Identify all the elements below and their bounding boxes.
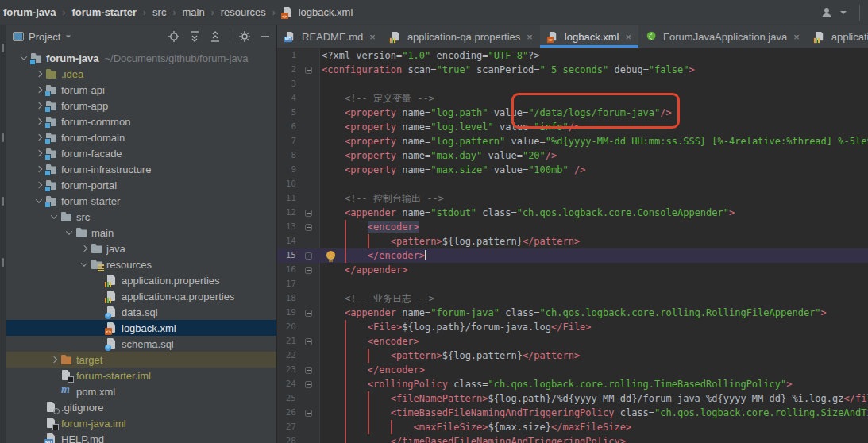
code-line-19[interactable]: 19 <appender name="forum-java" class="ch… [277, 306, 868, 320]
code-line-7[interactable]: 7 <property name="log.pattern" value="%d… [277, 134, 868, 148]
chevron-down-icon[interactable] [48, 210, 60, 223]
fold-marker-icon[interactable] [305, 310, 312, 317]
code-line-20[interactable]: 20 <File>${log.path}/forum-java.log</Fil… [277, 320, 868, 334]
tree-item-forum-java[interactable]: forum-java~/Documents/github/forum-java [6, 50, 276, 66]
chevron-right-icon[interactable] [33, 83, 45, 96]
tab-close-icon[interactable]: × [369, 31, 376, 43]
tree-item-resources[interactable]: resources [6, 256, 276, 272]
code-line-26[interactable]: 26 <timeBasedFileNamingAndTriggeringPoli… [277, 406, 868, 420]
hide-panel-icon[interactable] [259, 30, 272, 43]
tree-item-logback.xml[interactable]: logback.xml [6, 320, 276, 336]
tab-close-icon[interactable]: × [626, 31, 632, 43]
chevron-right-icon[interactable] [78, 242, 91, 255]
chevron-right-icon[interactable] [33, 147, 45, 160]
tool-window-stripe[interactable] [0, 25, 6, 443]
chevron-right-icon[interactable] [48, 353, 60, 366]
breadcrumb-item-main[interactable]: main [182, 6, 204, 18]
fold-marker-icon[interactable] [305, 410, 312, 417]
tree-item-forum-infrastructure[interactable]: forum-infrastructure [6, 161, 276, 177]
tree-item-forum-facade[interactable]: forum-facade [6, 145, 276, 161]
tree-item-HELP.md[interactable]: HELP.md [6, 431, 276, 443]
code-line-11[interactable]: 11 <!-- 控制台输出 --> [277, 191, 868, 206]
chevron-down-icon[interactable] [63, 226, 75, 239]
code-line-21[interactable]: 21 <encoder> [277, 334, 868, 349]
fold-marker-icon[interactable] [305, 210, 312, 217]
code-line-9[interactable]: 9 <property name="max.size" value="100mb… [277, 163, 868, 177]
tab-close-icon[interactable]: × [793, 31, 800, 43]
tree-item-target[interactable]: target [6, 352, 276, 368]
user-menu-caret-icon[interactable] [840, 11, 847, 14]
tree-item-forum-app[interactable]: forum-app [6, 98, 276, 114]
tree-item-data.sql[interactable]: data.sql [6, 304, 276, 320]
code-line-10[interactable]: 10 [277, 177, 868, 191]
tab-README.md[interactable]: README.md× [277, 25, 383, 48]
tree-item-schema.sql[interactable]: schema.sql [6, 336, 276, 352]
breadcrumb-item-logback.xml[interactable]: logback.xml [282, 6, 353, 19]
locate-file-icon[interactable] [168, 30, 180, 43]
code-line-12[interactable]: 12 <appender name="stdout" class="ch.qos… [277, 206, 868, 220]
expand-all-icon[interactable] [188, 30, 201, 43]
fold-marker-icon[interactable] [305, 267, 312, 274]
code-line-28[interactable]: 28 </timeBasedFileNamingAndTriggeringPol… [277, 434, 868, 443]
code-line-27[interactable]: 27 <maxFileSize>${max.size}</maxFileSize… [277, 420, 868, 434]
fold-marker-icon[interactable] [305, 367, 312, 374]
tree-item-main[interactable]: main [6, 225, 276, 241]
code-line-23[interactable]: 23 </encoder> [277, 363, 868, 377]
chevron-down-icon[interactable] [33, 195, 45, 207]
code-line-2[interactable]: 2<configuration scan="true" scanPeriod="… [277, 63, 868, 77]
code-line-16[interactable]: 16 </appender> [277, 263, 868, 277]
tab-close-icon[interactable]: × [527, 31, 533, 43]
tree-item-java[interactable]: java [6, 241, 276, 256]
tree-item-application.properties[interactable]: application.properties [6, 272, 276, 288]
tree-item-forum-java.iml[interactable]: forum-java.iml [6, 415, 276, 431]
code-line-18[interactable]: 18 <!-- 业务日志 --> [277, 291, 868, 306]
tree-item-forum-portal[interactable]: forum-portal [6, 177, 276, 193]
code-line-13[interactable]: 13 <encoder> [277, 220, 868, 234]
code-line-3[interactable]: 3 [277, 77, 868, 91]
intention-bulb-icon[interactable] [326, 251, 335, 260]
code-line-15[interactable]: 15 </encoder> [277, 248, 868, 263]
code-line-25[interactable]: 25 <fileNamePattern>${log.path}/%d{yyyy-… [277, 391, 868, 406]
tree-item-forum-api[interactable]: forum-api [6, 82, 276, 98]
chevron-right-icon[interactable] [33, 163, 45, 175]
fold-marker-icon[interactable] [305, 224, 312, 231]
tree-item-forum-starter[interactable]: forum-starter [6, 193, 276, 209]
project-panel-title[interactable]: Project [29, 31, 60, 43]
tree-item-application-qa.properties[interactable]: application-qa.properties [6, 288, 276, 304]
chevron-down-icon[interactable] [17, 52, 30, 64]
tree-item-pom.xml[interactable]: pom.xml [6, 383, 276, 399]
fold-marker-icon[interactable] [305, 252, 312, 260]
project-view-caret-icon[interactable] [66, 35, 71, 37]
tree-item-forum-common[interactable]: forum-common [6, 114, 276, 129]
tab-ForumJavaApplication.java[interactable]: ForumJavaApplication.java× [638, 25, 807, 48]
tree-item-src[interactable]: src [6, 209, 276, 225]
chevron-right-icon[interactable] [33, 131, 45, 144]
tab-application-qa.properties[interactable]: application-qa.properties× [383, 25, 540, 48]
user-account-icon[interactable] [821, 6, 835, 19]
code-line-17[interactable]: 17 [277, 277, 868, 291]
chevron-down-icon[interactable] [78, 258, 91, 271]
tab-application.properties[interactable]: application.properties [807, 25, 868, 48]
chevron-right-icon[interactable] [33, 179, 45, 191]
fold-marker-icon[interactable] [305, 67, 312, 74]
chevron-right-icon[interactable] [33, 99, 45, 112]
fold-marker-icon[interactable] [305, 338, 312, 345]
breadcrumb-item-forum-starter[interactable]: forum-starter [71, 6, 137, 18]
breadcrumb-item-src[interactable]: src [152, 6, 166, 18]
code-editor[interactable]: 1<?xml version="1.0" encoding="UTF-8"?>2… [277, 48, 868, 443]
fold-marker-icon[interactable] [305, 381, 312, 388]
collapse-all-icon[interactable] [209, 30, 222, 43]
code-line-22[interactable]: 22 <pattern>${log.pattern}</pattern> [277, 349, 868, 363]
breadcrumb-item-resources[interactable]: resources [221, 6, 266, 18]
tree-item-forum-starter.iml[interactable]: forum-starter.iml [6, 368, 276, 383]
chevron-right-icon[interactable] [33, 67, 45, 80]
code-line-8[interactable]: 8 <property name="max.day" value="20"/> [277, 148, 868, 163]
code-line-24[interactable]: 24 <rollingPolicy class="ch.qos.logback.… [277, 377, 868, 391]
tab-logback.xml[interactable]: logback.xml× [540, 25, 638, 48]
tree-item-.gitignore[interactable]: .gitignore [6, 399, 276, 415]
tree-item-forum-domain[interactable]: forum-domain [6, 129, 276, 145]
code-line-1[interactable]: 1<?xml version="1.0" encoding="UTF-8"?> [277, 48, 868, 63]
tree-item-.idea[interactable]: .idea [6, 66, 276, 82]
breadcrumb-item-forum-java[interactable]: forum-java [3, 6, 56, 18]
code-line-14[interactable]: 14 <pattern>${log.pattern}</pattern> [277, 234, 868, 248]
